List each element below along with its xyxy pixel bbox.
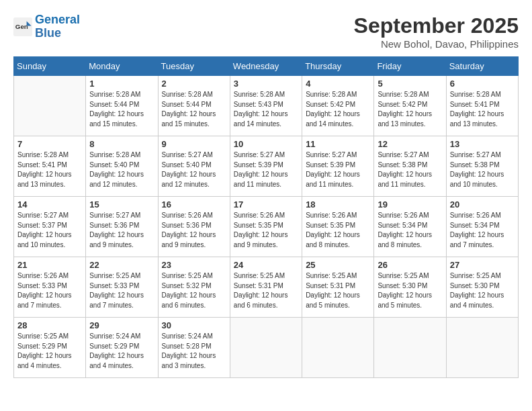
svg-text:Gen: Gen bbox=[15, 23, 28, 30]
day-info: Sunrise: 5:27 AMSunset: 5:39 PMDaylight:… bbox=[306, 150, 370, 189]
day-info: Sunrise: 5:28 AMSunset: 5:43 PMDaylight:… bbox=[234, 90, 298, 129]
calendar-cell: 21Sunrise: 5:26 AMSunset: 5:33 PMDayligh… bbox=[14, 257, 86, 318]
calendar-cell bbox=[302, 318, 374, 378]
day-number: 10 bbox=[234, 139, 298, 149]
calendar-cell: 15Sunrise: 5:27 AMSunset: 5:36 PMDayligh… bbox=[86, 197, 158, 257]
day-number: 19 bbox=[378, 199, 442, 210]
calendar-cell bbox=[446, 318, 518, 378]
day-number: 18 bbox=[306, 199, 370, 210]
logo-line2: Blue bbox=[35, 26, 61, 40]
day-info: Sunrise: 5:28 AMSunset: 5:42 PMDaylight:… bbox=[306, 90, 370, 129]
calendar-cell: 11Sunrise: 5:27 AMSunset: 5:39 PMDayligh… bbox=[302, 136, 374, 197]
day-info: Sunrise: 5:28 AMSunset: 5:41 PMDaylight:… bbox=[17, 150, 82, 189]
calendar-cell: 19Sunrise: 5:26 AMSunset: 5:34 PMDayligh… bbox=[374, 197, 446, 257]
day-number: 14 bbox=[17, 199, 82, 210]
calendar-cell: 10Sunrise: 5:27 AMSunset: 5:39 PMDayligh… bbox=[230, 136, 302, 197]
day-info: Sunrise: 5:26 AMSunset: 5:34 PMDaylight:… bbox=[450, 211, 515, 250]
calendar-body: 1Sunrise: 5:28 AMSunset: 5:44 PMDaylight… bbox=[14, 76, 519, 378]
calendar-cell: 18Sunrise: 5:26 AMSunset: 5:35 PMDayligh… bbox=[302, 197, 374, 257]
day-info: Sunrise: 5:28 AMSunset: 5:40 PMDaylight:… bbox=[89, 150, 154, 189]
day-number: 16 bbox=[162, 199, 226, 210]
calendar-cell: 26Sunrise: 5:25 AMSunset: 5:30 PMDayligh… bbox=[374, 257, 446, 318]
calendar-cell: 27Sunrise: 5:25 AMSunset: 5:30 PMDayligh… bbox=[446, 257, 518, 318]
calendar-week-row: 14Sunrise: 5:27 AMSunset: 5:37 PMDayligh… bbox=[14, 197, 519, 257]
day-info: Sunrise: 5:24 AMSunset: 5:28 PMDaylight:… bbox=[162, 332, 226, 371]
day-info: Sunrise: 5:27 AMSunset: 5:37 PMDaylight:… bbox=[17, 211, 82, 250]
day-info: Sunrise: 5:27 AMSunset: 5:38 PMDaylight:… bbox=[378, 150, 442, 189]
day-number: 20 bbox=[450, 199, 515, 210]
calendar-cell: 14Sunrise: 5:27 AMSunset: 5:37 PMDayligh… bbox=[14, 197, 86, 257]
calendar-cell bbox=[14, 76, 86, 136]
day-info: Sunrise: 5:27 AMSunset: 5:39 PMDaylight:… bbox=[234, 150, 298, 189]
calendar-cell: 12Sunrise: 5:27 AMSunset: 5:38 PMDayligh… bbox=[374, 136, 446, 197]
calendar-cell: 25Sunrise: 5:25 AMSunset: 5:31 PMDayligh… bbox=[302, 257, 374, 318]
calendar-cell: 22Sunrise: 5:25 AMSunset: 5:33 PMDayligh… bbox=[86, 257, 158, 318]
calendar-week-row: 1Sunrise: 5:28 AMSunset: 5:44 PMDaylight… bbox=[14, 76, 519, 136]
calendar-cell: 3Sunrise: 5:28 AMSunset: 5:43 PMDaylight… bbox=[230, 76, 302, 136]
day-number: 1 bbox=[89, 79, 154, 89]
day-info: Sunrise: 5:28 AMSunset: 5:41 PMDaylight:… bbox=[450, 90, 515, 129]
calendar-cell: 1Sunrise: 5:28 AMSunset: 5:44 PMDaylight… bbox=[86, 76, 158, 136]
day-info: Sunrise: 5:26 AMSunset: 5:34 PMDaylight:… bbox=[378, 211, 442, 250]
calendar-cell: 6Sunrise: 5:28 AMSunset: 5:41 PMDaylight… bbox=[446, 76, 518, 136]
title-block: September 2025 New Bohol, Davao, Philipp… bbox=[354, 13, 519, 50]
calendar-cell: 5Sunrise: 5:28 AMSunset: 5:42 PMDaylight… bbox=[374, 76, 446, 136]
calendar-week-row: 21Sunrise: 5:26 AMSunset: 5:33 PMDayligh… bbox=[14, 257, 519, 318]
day-info: Sunrise: 5:27 AMSunset: 5:36 PMDaylight:… bbox=[89, 211, 154, 250]
day-number: 28 bbox=[17, 320, 82, 330]
calendar-cell bbox=[374, 318, 446, 378]
day-number: 8 bbox=[89, 139, 154, 149]
day-info: Sunrise: 5:26 AMSunset: 5:33 PMDaylight:… bbox=[17, 271, 82, 310]
day-number: 5 bbox=[378, 79, 442, 89]
day-info: Sunrise: 5:25 AMSunset: 5:30 PMDaylight:… bbox=[450, 271, 515, 310]
day-number: 22 bbox=[89, 260, 154, 270]
weekday-header-cell: Tuesday bbox=[158, 57, 230, 76]
calendar-cell bbox=[230, 318, 302, 378]
calendar-cell: 29Sunrise: 5:24 AMSunset: 5:29 PMDayligh… bbox=[86, 318, 158, 378]
day-info: Sunrise: 5:24 AMSunset: 5:29 PMDaylight:… bbox=[89, 332, 154, 371]
weekday-header-cell: Friday bbox=[374, 57, 446, 76]
calendar-cell: 16Sunrise: 5:26 AMSunset: 5:36 PMDayligh… bbox=[158, 197, 230, 257]
calendar-table: SundayMondayTuesdayWednesdayThursdayFrid… bbox=[13, 56, 519, 378]
day-number: 13 bbox=[450, 139, 515, 149]
day-info: Sunrise: 5:26 AMSunset: 5:35 PMDaylight:… bbox=[234, 211, 298, 250]
day-info: Sunrise: 5:25 AMSunset: 5:31 PMDaylight:… bbox=[306, 271, 370, 310]
day-number: 11 bbox=[306, 139, 370, 149]
day-info: Sunrise: 5:25 AMSunset: 5:31 PMDaylight:… bbox=[234, 271, 298, 310]
day-info: Sunrise: 5:26 AMSunset: 5:35 PMDaylight:… bbox=[306, 211, 370, 250]
day-number: 29 bbox=[89, 320, 154, 330]
calendar-cell: 2Sunrise: 5:28 AMSunset: 5:44 PMDaylight… bbox=[158, 76, 230, 136]
calendar-cell: 4Sunrise: 5:28 AMSunset: 5:42 PMDaylight… bbox=[302, 76, 374, 136]
weekday-header-cell: Wednesday bbox=[230, 57, 302, 76]
day-info: Sunrise: 5:25 AMSunset: 5:32 PMDaylight:… bbox=[162, 271, 226, 310]
day-number: 24 bbox=[234, 260, 298, 270]
weekday-header-cell: Monday bbox=[86, 57, 158, 76]
day-number: 4 bbox=[306, 79, 370, 89]
day-number: 7 bbox=[17, 139, 82, 149]
day-number: 17 bbox=[234, 199, 298, 210]
calendar-cell: 28Sunrise: 5:25 AMSunset: 5:29 PMDayligh… bbox=[14, 318, 86, 378]
day-info: Sunrise: 5:25 AMSunset: 5:33 PMDaylight:… bbox=[89, 271, 154, 310]
day-info: Sunrise: 5:27 AMSunset: 5:38 PMDaylight:… bbox=[450, 150, 515, 189]
logo-line1: General bbox=[35, 13, 80, 26]
calendar-cell: 7Sunrise: 5:28 AMSunset: 5:41 PMDaylight… bbox=[14, 136, 86, 197]
day-number: 9 bbox=[162, 139, 226, 149]
day-number: 6 bbox=[450, 79, 515, 89]
calendar-cell: 30Sunrise: 5:24 AMSunset: 5:28 PMDayligh… bbox=[158, 318, 230, 378]
weekday-header-cell: Sunday bbox=[14, 57, 86, 76]
calendar-cell: 9Sunrise: 5:27 AMSunset: 5:40 PMDaylight… bbox=[158, 136, 230, 197]
day-number: 26 bbox=[378, 260, 442, 270]
weekday-header-row: SundayMondayTuesdayWednesdayThursdayFrid… bbox=[14, 57, 519, 76]
day-number: 23 bbox=[162, 260, 226, 270]
calendar-cell: 13Sunrise: 5:27 AMSunset: 5:38 PMDayligh… bbox=[446, 136, 518, 197]
month-title: September 2025 bbox=[354, 13, 519, 38]
day-number: 27 bbox=[450, 260, 515, 270]
logo: Gen General Blue bbox=[13, 13, 80, 40]
calendar-week-row: 7Sunrise: 5:28 AMSunset: 5:41 PMDaylight… bbox=[14, 136, 519, 197]
day-info: Sunrise: 5:26 AMSunset: 5:36 PMDaylight:… bbox=[162, 211, 226, 250]
day-info: Sunrise: 5:25 AMSunset: 5:29 PMDaylight:… bbox=[17, 332, 82, 371]
day-number: 2 bbox=[162, 79, 226, 89]
weekday-header-cell: Thursday bbox=[302, 57, 374, 76]
day-info: Sunrise: 5:28 AMSunset: 5:42 PMDaylight:… bbox=[378, 90, 442, 129]
day-number: 21 bbox=[17, 260, 82, 270]
